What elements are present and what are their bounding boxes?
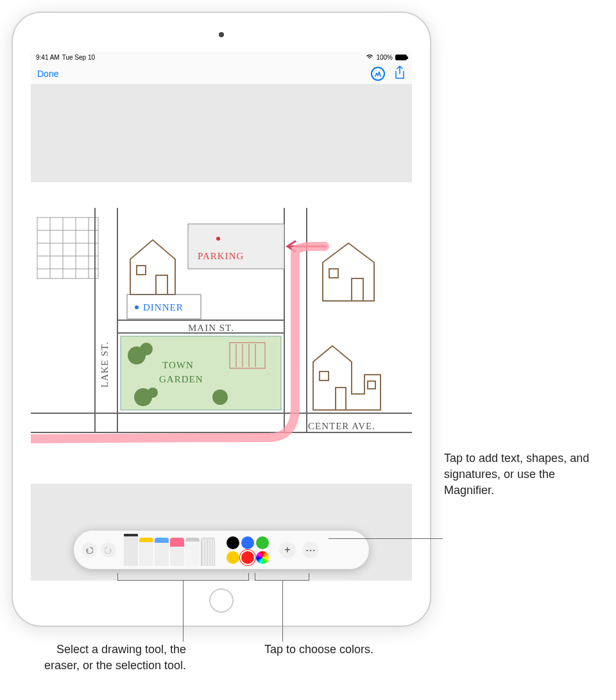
- markup-toggle-button[interactable]: [371, 67, 385, 81]
- more-button[interactable]: ⋯: [302, 542, 319, 558]
- battery-icon: [395, 55, 407, 60]
- eraser-tool[interactable]: [170, 538, 184, 566]
- callout-colors: Tap to choose colors.: [264, 642, 380, 658]
- svg-rect-12: [156, 275, 167, 295]
- done-button[interactable]: Done: [37, 69, 58, 79]
- svg-point-15: [135, 305, 139, 309]
- callout-line: [183, 581, 184, 642]
- town-garden-label-1: TOWN: [162, 360, 194, 370]
- svg-rect-29: [336, 388, 346, 410]
- lasso-tool[interactable]: [185, 538, 200, 566]
- markup-toolbar: + ⋯: [74, 531, 369, 569]
- ruler-tool[interactable]: [201, 538, 215, 566]
- battery-pct: 100%: [376, 54, 393, 61]
- callout-tools: Select a drawing tool, the eraser, or th…: [38, 642, 186, 674]
- nav-bar: Done: [31, 63, 412, 85]
- svg-rect-31: [368, 381, 375, 389]
- redo-button[interactable]: [101, 542, 116, 558]
- svg-rect-13: [137, 266, 146, 275]
- color-green[interactable]: [256, 536, 269, 549]
- svg-point-23: [212, 389, 228, 405]
- color-picker[interactable]: [256, 551, 269, 564]
- svg-point-22: [148, 388, 158, 398]
- svg-rect-17: [329, 269, 338, 278]
- canvas-area: LAKE ST. PARKING: [31, 85, 412, 581]
- drawing-tools-group: [124, 534, 215, 566]
- svg-rect-0: [37, 218, 98, 278]
- callout-bracket-colors: [255, 573, 309, 581]
- color-red[interactable]: [241, 551, 254, 564]
- status-date: Tue Sep 10: [62, 54, 95, 61]
- callout-add: Tap to add text, shapes, and signatures,…: [444, 450, 604, 499]
- add-button[interactable]: +: [279, 542, 296, 558]
- callout-line: [329, 538, 443, 539]
- share-button[interactable]: [394, 65, 406, 82]
- svg-point-20: [140, 343, 153, 355]
- dinner-label: DINNER: [143, 302, 184, 312]
- center-ave-label: CENTER AVE.: [308, 421, 375, 431]
- color-black[interactable]: [227, 536, 239, 549]
- svg-rect-16: [352, 278, 363, 301]
- callout-line: [282, 581, 283, 642]
- lake-st-label: LAKE ST.: [99, 341, 110, 388]
- undo-button[interactable]: [81, 542, 97, 558]
- svg-rect-9: [188, 224, 284, 269]
- color-swatches-group: [227, 536, 269, 564]
- status-bar: 9:41 AM Tue Sep 10 100%: [31, 51, 412, 63]
- color-blue[interactable]: [241, 536, 254, 549]
- wifi-icon: [366, 53, 373, 61]
- ipad-device-frame: 9:41 AM Tue Sep 10 100% Done: [13, 13, 430, 626]
- pen-tool[interactable]: [124, 534, 138, 566]
- home-button[interactable]: [209, 588, 234, 613]
- pencil-tool[interactable]: [155, 538, 169, 566]
- color-yellow[interactable]: [227, 551, 239, 564]
- camera-dot: [219, 32, 224, 37]
- marker-tool[interactable]: [139, 538, 153, 566]
- main-st-label: MAIN ST.: [188, 323, 234, 333]
- screen: 9:41 AM Tue Sep 10 100% Done: [31, 51, 412, 581]
- svg-point-10: [216, 237, 220, 241]
- drawing-canvas[interactable]: LAKE ST. PARKING: [31, 182, 412, 484]
- callout-bracket-tools: [117, 573, 249, 581]
- svg-rect-30: [320, 371, 329, 380]
- town-garden-label-2: GARDEN: [159, 374, 203, 384]
- status-time: 9:41 AM: [36, 54, 60, 61]
- parking-label: PARKING: [198, 251, 244, 261]
